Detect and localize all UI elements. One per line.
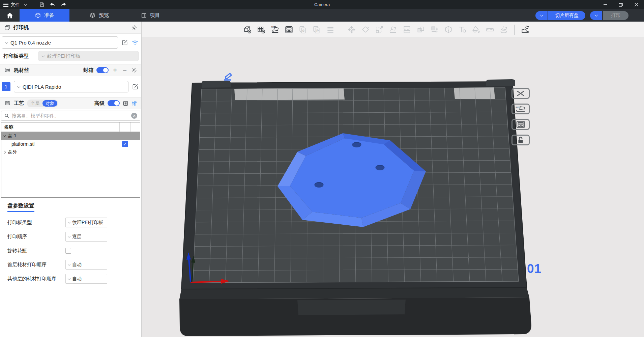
search-icon [4,113,9,118]
slice-all-button[interactable]: 切片所有盘 [548,11,585,20]
add-model-icon[interactable] [243,25,252,34]
tabbar: 准备 预览 项目 切片所有盘 打印 [0,9,644,22]
layers-icon[interactable] [326,25,335,34]
param-sliders-icon[interactable] [131,101,137,106]
advanced-toggle[interactable] [108,100,120,106]
close-button[interactable] [628,0,644,9]
scope-global[interactable]: 全局 [28,100,42,107]
text-tool-icon[interactable] [458,25,467,34]
merge-icon[interactable] [416,25,426,34]
toolbar-separator [514,25,515,35]
seam-icon[interactable] [499,25,508,34]
edit-printer-icon[interactable] [121,39,128,46]
model-visibility-checkbox[interactable]: ✓ [122,141,128,147]
file-menu-button[interactable]: 文件 [3,2,20,8]
add-filament-button[interactable]: + [112,67,118,74]
arrange-icon[interactable] [284,25,294,34]
arrange-plate-button[interactable] [511,119,530,130]
plate-type-select[interactable]: 纹理PEI打印板 [38,51,139,61]
prepare-cube-icon [35,12,41,19]
filament-select[interactable]: QIDI PLA Rapido [14,81,128,92]
lay-on-face-icon[interactable] [388,25,398,34]
cut-icon[interactable] [444,25,453,34]
viewport-3d[interactable]: AUTO 0 P [142,22,644,337]
filament-slot-badge[interactable]: 1 [2,82,10,91]
home-button[interactable] [0,9,20,22]
collapse-icon[interactable] [3,134,6,137]
copy-icon[interactable]: 0 [298,25,308,34]
plate-settings-title: 盘参数设置 [7,202,34,212]
preview-layers-icon [89,12,96,19]
edit-filament-icon[interactable] [132,83,139,90]
param-list-icon[interactable] [123,101,128,106]
wifi-icon[interactable] [131,40,139,46]
remove-filament-button[interactable]: − [121,67,128,74]
ps-first-layer-order-select[interactable]: 自动 [65,260,107,270]
split-to-objects-icon[interactable] [520,25,530,34]
advanced-label: 高级 [94,100,105,107]
name-column-header[interactable]: 名称 [1,122,119,132]
plate-number-label: 01 [527,262,541,276]
auto-orient-plate-button[interactable]: AUTO [511,104,530,114]
rotate-icon[interactable] [361,25,370,34]
edit-plate-name-icon[interactable] [222,70,234,82]
viewport-toolbar: AUTO 0 P [142,22,644,38]
filament-section-title: 耗材丝 [14,67,29,74]
move-icon[interactable] [347,25,356,34]
printer-settings-gear-icon[interactable] [131,25,137,31]
project-icon [141,12,147,19]
svg-text:0: 0 [302,28,304,32]
menu-chevron-icon[interactable] [24,2,27,6]
ps-plate-type-label: 打印板类型 [7,219,65,225]
split-icon[interactable] [402,25,412,34]
svg-text:P: P [316,28,319,32]
outside-plate-row[interactable]: 盘外 [1,148,140,156]
paint-icon[interactable] [471,25,481,34]
home-icon [6,12,13,19]
ps-spiral-vase-checkbox[interactable] [65,248,71,254]
ps-other-layers-order-select[interactable]: 自动 [65,274,107,284]
undo-button[interactable] [50,2,56,7]
ps-plate-type-select[interactable]: 纹理PEI打印板 [65,218,107,227]
search-box[interactable]: ✕ [1,111,140,121]
redo-button[interactable] [60,2,66,7]
minimize-button[interactable] [597,0,613,9]
measure-icon[interactable] [485,25,495,34]
scale-icon[interactable] [375,25,384,34]
search-input[interactable] [12,113,129,118]
plate-row[interactable]: 盘 1 [1,132,140,140]
ps-print-order-label: 打印顺序 [7,233,65,240]
box-toggle[interactable] [96,67,109,73]
filament-select-value: QIDI PLA Rapido [23,84,61,90]
auto-orient-icon[interactable]: AUTO [270,25,280,34]
window-title: Camera [0,2,644,7]
print-button[interactable]: 打印 [603,11,628,20]
add-plate-icon[interactable] [257,25,266,34]
delete-plate-button[interactable] [511,88,530,99]
clear-search-icon[interactable]: ✕ [131,113,137,119]
variable-layer-height-icon[interactable] [430,25,439,34]
slice-dropdown-button[interactable] [535,11,548,20]
scope-object[interactable]: 对象 [42,100,57,107]
ps-print-order-select[interactable]: 逐层 [65,232,107,242]
model-row[interactable]: platform.stl ✓ [1,140,140,148]
tab-preview[interactable]: 预览 [69,9,129,22]
tab-prepare[interactable]: 准备 [20,9,69,22]
lock-plate-button[interactable] [511,135,530,145]
print-dropdown-button[interactable] [590,11,602,20]
titlebar-divider [33,2,33,7]
plate-action-buttons: AUTO [511,88,530,145]
plate-base-handle-notch [297,300,406,315]
hamburger-icon [3,3,8,7]
plate-tab-right [486,79,515,86]
save-button[interactable] [39,2,45,7]
expand-icon[interactable] [3,151,6,153]
printer-select[interactable]: Q1 Pro 0.4 nozzle [2,36,118,49]
sidebar: 打印机 Q1 Pro 0.4 nozzle 打印板类型 纹理PEI打印板 [0,22,142,337]
paste-icon[interactable]: P [312,25,321,34]
scope-switch[interactable]: 全局 对象 [27,100,58,107]
restore-button[interactable] [613,0,628,9]
ps-other-layers-order-label: 其他层的耗材打印顺序 [7,276,65,282]
tab-project[interactable]: 项目 [129,9,172,22]
filament-settings-gear-icon[interactable] [131,67,137,73]
